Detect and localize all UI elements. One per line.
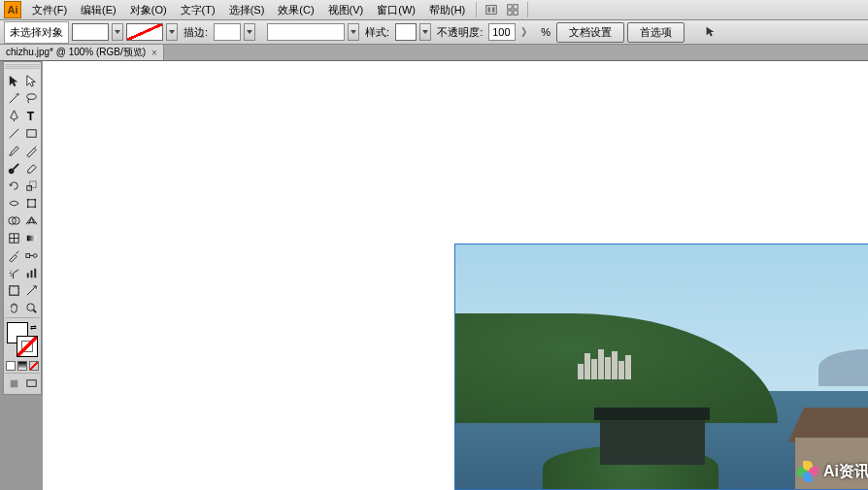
app-icon: Ai: [4, 1, 21, 18]
percent-label: %: [538, 26, 553, 38]
draw-mode-normal[interactable]: [5, 375, 22, 392]
stroke-swatch[interactable]: [126, 23, 163, 41]
hand-tool[interactable]: [5, 299, 22, 316]
stroke-weight-field[interactable]: [214, 23, 241, 41]
svg-rect-13: [29, 180, 36, 187]
document-tab-bar: chizhu.jpg* @ 100% (RGB/预览) ×: [0, 45, 868, 61]
flower-icon: [796, 460, 819, 483]
svg-point-18: [34, 206, 36, 208]
placed-image[interactable]: Ai资讯网: [454, 244, 868, 490]
symbol-sprayer-tool[interactable]: [5, 264, 22, 281]
mesh-tool[interactable]: [5, 229, 22, 246]
menu-edit[interactable]: 编辑(E): [74, 1, 123, 19]
menu-type[interactable]: 文字(T): [174, 1, 222, 19]
width-tool[interactable]: [5, 194, 22, 212]
menu-help[interactable]: 帮助(H): [422, 1, 472, 19]
svg-rect-32: [9, 285, 17, 294]
blend-tool[interactable]: [22, 246, 40, 264]
svg-line-34: [33, 310, 36, 312]
gradient-mode[interactable]: [17, 361, 27, 371]
svg-rect-36: [26, 379, 35, 386]
style-dropdown[interactable]: [419, 23, 431, 41]
watermark: Ai资讯网: [796, 460, 868, 483]
stroke-weight-dropdown[interactable]: [244, 23, 255, 41]
svg-rect-35: [10, 379, 17, 387]
cursor-indicator-icon: [702, 24, 719, 40]
svg-rect-14: [27, 199, 35, 207]
scale-tool[interactable]: [22, 177, 40, 194]
image-buildings: [578, 343, 731, 379]
magic-wand-tool[interactable]: [5, 89, 22, 107]
direct-selection-tool[interactable]: [22, 72, 40, 89]
panel-grip[interactable]: [5, 64, 40, 70]
svg-rect-28: [26, 273, 28, 278]
preferences-button[interactable]: 首选项: [627, 22, 684, 43]
svg-rect-4: [514, 5, 517, 9]
arrange-icon[interactable]: [504, 2, 521, 17]
menu-object[interactable]: 对象(O): [123, 1, 174, 19]
svg-point-15: [26, 198, 28, 200]
fill-swatch[interactable]: [72, 23, 109, 41]
bridge-icon[interactable]: [483, 2, 500, 17]
menu-file[interactable]: 文件(F): [25, 1, 74, 19]
svg-rect-10: [26, 129, 35, 137]
separator: [527, 2, 528, 17]
slice-tool[interactable]: [22, 281, 40, 299]
brush-field[interactable]: [267, 23, 345, 41]
svg-rect-31: [9, 285, 17, 294]
menu-select[interactable]: 选择(S): [222, 1, 272, 19]
options-bar: 未选择对象 描边: 样式: 不透明度: 》 % 文档设置 首选项: [0, 20, 868, 45]
svg-rect-30: [34, 268, 36, 277]
paintbrush-tool[interactable]: [5, 142, 22, 159]
fill-dropdown[interactable]: [112, 23, 123, 41]
pencil-tool[interactable]: [22, 142, 40, 159]
document-tab[interactable]: chizhu.jpg* @ 100% (RGB/预览) ×: [0, 45, 164, 60]
brush-dropdown[interactable]: [348, 23, 359, 41]
svg-rect-2: [492, 7, 495, 12]
perspective-grid-tool[interactable]: [22, 212, 40, 229]
column-graph-tool[interactable]: [22, 264, 40, 281]
close-tab-icon[interactable]: ×: [151, 48, 157, 58]
opacity-arrow[interactable]: 》: [518, 25, 535, 40]
document-tab-label: chizhu.jpg* @ 100% (RGB/预览): [6, 46, 146, 59]
stroke-dropdown[interactable]: [166, 23, 178, 41]
stroke-color-swatch[interactable]: [17, 336, 38, 357]
shape-builder-tool[interactable]: [5, 212, 22, 229]
line-tool[interactable]: [5, 124, 22, 142]
svg-rect-29: [30, 270, 32, 278]
solid-color-mode[interactable]: [6, 361, 16, 371]
watermark-text: Ai资讯网: [823, 462, 868, 482]
eraser-tool[interactable]: [22, 159, 40, 177]
opacity-field[interactable]: [488, 23, 516, 41]
canvas-area[interactable]: Ai资讯网: [43, 61, 868, 490]
swap-colors-icon[interactable]: ⇄: [30, 323, 37, 332]
screen-mode[interactable]: [22, 375, 40, 392]
document-setup-button[interactable]: 文档设置: [556, 22, 624, 43]
gradient-tool[interactable]: [22, 229, 40, 246]
svg-rect-24: [26, 235, 35, 241]
type-tool[interactable]: T: [22, 107, 40, 124]
pen-tool[interactable]: [5, 107, 22, 124]
style-swatch[interactable]: [395, 23, 417, 41]
color-swatches[interactable]: ⇄: [7, 322, 38, 357]
zoom-tool[interactable]: [22, 299, 40, 316]
tools-panel: T: [3, 61, 42, 395]
separator: [476, 2, 477, 17]
svg-text:T: T: [26, 110, 34, 123]
none-mode[interactable]: [29, 361, 39, 371]
rectangle-tool[interactable]: [22, 124, 40, 142]
artboard-tool[interactable]: [5, 281, 22, 299]
rotate-tool[interactable]: [5, 177, 22, 194]
menu-effect[interactable]: 效果(C): [271, 1, 320, 19]
lasso-tool[interactable]: [22, 89, 40, 107]
svg-rect-25: [25, 253, 29, 257]
menu-window[interactable]: 窗口(W): [370, 1, 422, 19]
menu-view[interactable]: 视图(V): [321, 1, 371, 19]
eyedropper-tool[interactable]: [5, 246, 22, 264]
svg-rect-6: [514, 11, 517, 15]
selection-tool[interactable]: [5, 72, 22, 89]
menu-bar: Ai 文件(F) 编辑(E) 对象(O) 文字(T) 选择(S) 效果(C) 视…: [0, 0, 868, 20]
svg-point-17: [26, 206, 28, 208]
free-transform-tool[interactable]: [22, 194, 40, 212]
blob-brush-tool[interactable]: [5, 159, 22, 177]
